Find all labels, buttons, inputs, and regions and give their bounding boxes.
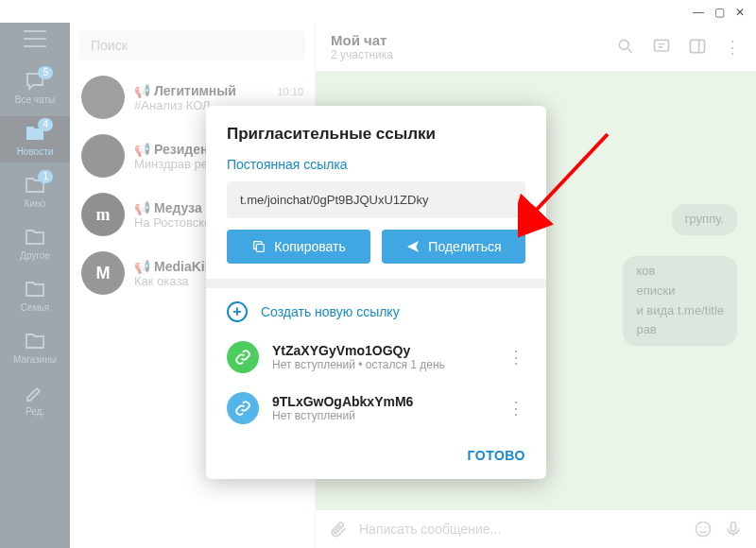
create-link-button[interactable]: + Создать новую ссылку (206, 288, 546, 332)
share-button[interactable]: Поделиться (382, 230, 525, 264)
svg-rect-9 (257, 244, 265, 251)
link-sub: Нет вступлений • остался 1 день (272, 358, 494, 371)
link-icon (227, 341, 259, 373)
permanent-link-label[interactable]: Постоянная ссылка (206, 157, 546, 181)
link-name: 9TLxGwOgAbkxYmM6 (272, 394, 494, 409)
link-icon (227, 392, 259, 424)
copy-button[interactable]: Копировать (227, 230, 370, 264)
copy-icon (251, 239, 266, 254)
invite-link-field[interactable]: t.me/joinchat/0gPt9BJQUxU1ZDky (227, 181, 525, 218)
share-label: Поделиться (428, 239, 501, 254)
create-label: Создать новую ссылку (261, 304, 400, 319)
modal-title: Пригласительные ссылки (206, 125, 546, 157)
window-maximize[interactable]: ▢ (713, 6, 726, 19)
share-icon (405, 239, 421, 254)
divider (206, 279, 546, 288)
window-minimize[interactable]: — (692, 6, 705, 19)
invite-link-item[interactable]: YtZaXYGyVmo1OGQy Нет вступлений • осталс… (206, 332, 546, 383)
invite-links-modal: Пригласительные ссылки Постоянная ссылка… (206, 106, 546, 479)
invite-link-item[interactable]: 9TLxGwOgAbkxYmM6 Нет вступлений ⋮ (206, 383, 546, 434)
link-sub: Нет вступлений (272, 409, 494, 422)
link-menu-icon[interactable]: ⋮ (507, 347, 525, 368)
copy-label: Копировать (274, 239, 345, 254)
link-name: YtZaXYGyVmo1OGQy (272, 343, 494, 358)
link-menu-icon[interactable]: ⋮ (507, 398, 525, 419)
window-close[interactable]: ✕ (733, 6, 747, 19)
plus-icon: + (227, 301, 248, 322)
done-button[interactable]: ГОТОВО (468, 448, 525, 463)
